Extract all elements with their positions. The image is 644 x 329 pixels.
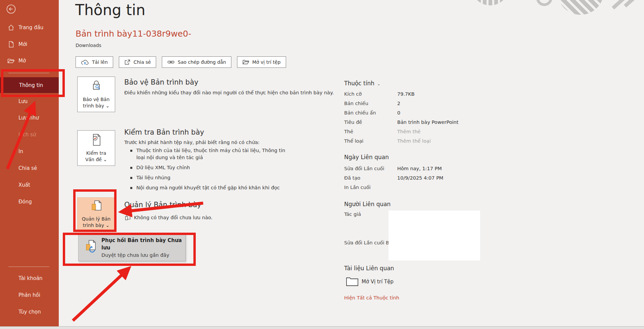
sidebar-item-close[interactable]: Đóng xyxy=(0,195,77,208)
sidebar-item-label: Mở xyxy=(18,58,26,64)
sidebar-item-new[interactable]: Mới xyxy=(0,38,59,51)
page-title: Thông tin xyxy=(75,1,145,18)
sidebar-item-save-as[interactable]: Lưu như xyxy=(0,111,77,125)
sidebar-divider xyxy=(8,267,49,267)
sidebar-item-account[interactable]: Tài khoản xyxy=(0,272,77,285)
chevron-down-icon: ⌄ xyxy=(377,82,380,86)
list-item: Tài liệu nhúng xyxy=(130,174,298,181)
related-people-heading: Người Liên quan xyxy=(344,201,390,207)
related-dates-heading: Ngày Liên quan xyxy=(344,154,389,160)
recover-unsaved-menu-item[interactable]: Phục hồi Bản trình bày Chưa lưu Duyệt tệ… xyxy=(78,234,186,261)
decorative-ring-icon xyxy=(536,0,552,6)
date-row: Đã tạo 10/9/2025 4:07 PM xyxy=(344,173,485,183)
recover-item-title: Phục hồi Bản trình bày Chưa lưu xyxy=(101,237,185,251)
bullet-icon xyxy=(130,150,132,152)
property-row: Bản chiếu 2 xyxy=(344,99,485,108)
add-category-field[interactable]: Thêm thể loại xyxy=(397,138,431,144)
property-row: Thể loại Thêm thể loại xyxy=(344,136,485,146)
sidebar-item-share[interactable]: Chia sẻ xyxy=(0,161,77,175)
bullet-icon xyxy=(130,187,132,189)
back-button[interactable] xyxy=(6,4,16,14)
recover-item-subtitle: Duyệt tệp chưa lưu gần đây xyxy=(101,251,185,259)
sidebar-item-info-selected[interactable]: Thông tin xyxy=(0,77,59,93)
share-button[interactable]: Chia sẻ xyxy=(119,56,156,68)
open-file-location-button[interactable]: Mở vị trí tệp xyxy=(237,56,286,68)
sidebar-item-history: Lịch sử xyxy=(0,128,77,141)
redacted-author-area xyxy=(388,210,480,261)
open-folder-icon xyxy=(7,58,15,64)
sidebar-item-feedback[interactable]: Phản hồi xyxy=(0,288,77,302)
show-all-properties-link[interactable]: Hiện Tất cả Thuộc tính xyxy=(344,295,399,300)
add-tag-field[interactable]: Thêm thẻ xyxy=(397,129,421,134)
decorative-striped-circle-icon xyxy=(557,0,604,15)
copy-path-button[interactable]: Sao chép đường dẫn xyxy=(162,56,231,68)
manage-section-heading: Quản lý Bản trình bày xyxy=(124,201,201,209)
sidebar-item-print[interactable]: In xyxy=(0,145,77,158)
sidebar-divider xyxy=(8,73,49,73)
sidebar-item-options[interactable]: Tùy chọn xyxy=(0,305,77,319)
protect-section-description: Điều khiển những kiểu thay đổi nào mọi n… xyxy=(124,90,334,95)
property-row: Thẻ Thêm thẻ xyxy=(344,127,485,136)
backstage-sidebar: Trang đầu Mới Mở Thông tin Lưu Lưu như L… xyxy=(0,0,59,326)
sidebar-item-label: Thông tin xyxy=(19,82,43,88)
version-document-icon xyxy=(125,214,131,221)
protect-section-heading: Bảo vệ Bản trình bày xyxy=(124,78,198,86)
manage-documents-icon xyxy=(91,200,102,214)
home-icon xyxy=(7,24,15,31)
powerpoint-backstage-info: Trang đầu Mới Mở Thông tin Lưu Lưu như L… xyxy=(0,0,644,329)
folder-icon xyxy=(346,277,359,286)
related-documents-heading: Tài liệu Liên quan xyxy=(344,265,394,272)
inspect-section-heading: Kiểm tra Bản trình bày xyxy=(124,128,204,136)
list-item: Nội dung mà người khuyết tật có thể gặp … xyxy=(130,184,298,191)
list-item: Dữ liệu XML Tùy chỉnh xyxy=(130,164,298,171)
open-file-location-link[interactable]: Mở Vị trí Tệp xyxy=(346,277,394,286)
properties-table: Kích cỡ 79.7KB Bản chiếu 2 Bản chiếu ẩn … xyxy=(344,89,485,146)
sidebar-item-export[interactable]: Xuất xyxy=(0,178,77,192)
properties-heading[interactable]: Thuộc tính⌄ xyxy=(344,80,380,87)
bullet-icon xyxy=(130,167,132,169)
share-icon xyxy=(124,59,131,65)
document-title: Bản trình bày11-038r9we0- xyxy=(76,29,191,39)
window-bottom-edge xyxy=(0,326,644,329)
manage-status-row: Không có thay đổi chưa lưu nào. xyxy=(125,214,213,221)
sidebar-item-save[interactable]: Lưu xyxy=(0,95,77,108)
document-toolbar: Tải lên Chia sẻ Sao chép đường dẫn Mở vị… xyxy=(76,56,286,68)
decorative-striped-circle-icon xyxy=(471,0,509,5)
sidebar-item-label: Trang đầu xyxy=(18,25,43,31)
last-modified-by-label: Sửa đổi Lần cuối Bởi xyxy=(344,240,394,245)
inspect-document-icon xyxy=(91,134,102,148)
cloud-upload-icon xyxy=(81,59,89,65)
bullet-icon xyxy=(130,177,132,179)
sidebar-item-home[interactable]: Trang đầu xyxy=(0,21,59,34)
manage-presentation-button[interactable]: Quản lý Bản trình bày ⌄ xyxy=(77,197,115,231)
annotation-arrow-recover xyxy=(73,273,124,321)
inspect-bullet-list: Thuộc tính của tài liệu, thuộc tính máy … xyxy=(130,147,298,194)
check-for-issues-button[interactable]: Kiểm tra Vấn đề ⌄ xyxy=(77,130,115,166)
decorative-slash-icon xyxy=(624,0,644,7)
property-row: Tiêu đề Bản trình bày PowerPoint xyxy=(344,117,485,127)
new-document-icon xyxy=(7,41,15,48)
folder-icon xyxy=(242,59,249,65)
sidebar-item-open[interactable]: Mở xyxy=(0,54,59,67)
link-icon xyxy=(167,60,175,64)
property-row: Bản chiếu ẩn 0 xyxy=(344,108,485,117)
date-row: Sửa đổi Lần cuối Hôm nay, 1:17 PM xyxy=(344,164,485,173)
document-location: Downloads xyxy=(76,43,101,48)
decorative-slash-icon xyxy=(612,0,633,9)
property-row: Kích cỡ 79.7KB xyxy=(344,89,485,99)
back-arrow-icon xyxy=(6,4,16,14)
upload-button[interactable]: Tải lên xyxy=(76,56,113,68)
manage-status-text: Không có thay đổi chưa lưu nào. xyxy=(134,215,213,220)
list-item: Thuộc tính của tài liệu, thuộc tính máy … xyxy=(130,147,298,161)
sidebar-item-label: Mới xyxy=(18,41,27,47)
author-label: Tác giả xyxy=(344,211,361,217)
lock-key-icon xyxy=(91,80,102,94)
related-dates-table: Sửa đổi Lần cuối Hôm nay, 1:17 PM Đã tạo… xyxy=(344,164,485,192)
recover-document-icon xyxy=(85,240,97,256)
protect-presentation-button[interactable]: Bảo vệ Bản trình bày ⌄ xyxy=(77,77,115,112)
inspect-section-intro: Trước khi phát hành tệp này, phải biết r… xyxy=(124,140,260,145)
date-row: In Lần cuối xyxy=(344,183,485,192)
